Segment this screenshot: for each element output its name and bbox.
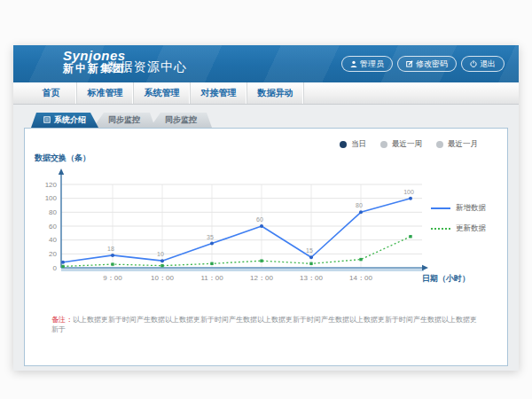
data-point-marker bbox=[359, 210, 363, 214]
radio-today-label: 当日 bbox=[351, 139, 366, 150]
x-tick-label: 13：00 bbox=[300, 274, 323, 282]
data-point-marker bbox=[111, 262, 113, 265]
data-point-label: 100 bbox=[403, 189, 414, 195]
main-nav: 首页 标准管理 系统管理 对接管理 数据异动 bbox=[13, 82, 519, 105]
data-point-marker bbox=[309, 255, 313, 259]
x-axis-title: 日期（小时） bbox=[422, 274, 470, 283]
legend-new-data-label: 新增数据 bbox=[456, 203, 486, 214]
legend-new-data[interactable]: 新增数据 bbox=[431, 203, 486, 214]
data-point-label: 15 bbox=[306, 247, 313, 254]
data-point-marker bbox=[210, 242, 214, 246]
data-point-marker bbox=[309, 262, 312, 265]
x-tick-label: 9：00 bbox=[103, 274, 122, 282]
footnote-label: 备注： bbox=[51, 316, 73, 324]
y-tick-label: 20 bbox=[49, 250, 57, 258]
x-tick-label: 12：00 bbox=[250, 274, 273, 282]
data-point-marker bbox=[409, 235, 411, 238]
data-point-marker bbox=[260, 224, 263, 228]
nav-item-home[interactable]: 首页 bbox=[26, 82, 77, 104]
radio-last-week-label: 最近一周 bbox=[392, 139, 422, 150]
nav-item-interface-mgmt[interactable]: 对接管理 bbox=[191, 82, 247, 104]
user-area: 管理员 修改密码 退出 bbox=[341, 56, 505, 72]
radio-last-month[interactable]: 最近一月 bbox=[436, 139, 478, 150]
y-tick-label: 120 bbox=[45, 181, 58, 189]
app-window: Synjones 新中新集团 数据资源中心 管理员 修改密码 bbox=[13, 45, 519, 371]
legend-update-data[interactable]: 更新数据 bbox=[431, 223, 486, 234]
y-tick-label: 40 bbox=[49, 236, 57, 244]
radio-last-month-label: 最近一月 bbox=[448, 139, 478, 150]
logout-label: 退出 bbox=[480, 59, 496, 70]
data-point-label: 35 bbox=[207, 234, 214, 240]
chart-panel: 当日 最近一周 最近一月 数据交换（条） 0204060801001201810… bbox=[24, 128, 508, 366]
data-point-marker bbox=[160, 264, 163, 267]
nav-item-system-mgmt[interactable]: 系统管理 bbox=[134, 82, 191, 104]
radio-dot-icon bbox=[436, 141, 443, 148]
data-point-marker bbox=[210, 262, 213, 265]
data-point-marker bbox=[61, 265, 64, 268]
x-tick-label: 10：00 bbox=[151, 274, 174, 282]
change-password-label: 修改密码 bbox=[416, 59, 448, 70]
y-tick-label: 60 bbox=[49, 223, 57, 231]
change-password-button[interactable]: 修改密码 bbox=[397, 56, 457, 72]
power-icon bbox=[470, 60, 477, 67]
y-tick-label: 80 bbox=[49, 208, 57, 216]
data-point-marker bbox=[409, 197, 412, 200]
x-axis-arrow-icon bbox=[422, 265, 428, 270]
footnote: 备注：以上数据更新于时间产生数据以上数据更新于时间产生数据以上数据更新于时间产生… bbox=[25, 315, 507, 334]
page-title: 数据资源中心 bbox=[107, 59, 187, 75]
data-point-marker bbox=[359, 258, 362, 261]
footnote-text: 以上数据更新于时间产生数据以上数据更新于时间产生数据以上数据更新于时间产生数据以… bbox=[51, 316, 477, 333]
data-point-label: 10 bbox=[157, 251, 164, 257]
tab-bar: 系统介绍 同步监控 同步监控 bbox=[31, 113, 212, 128]
x-tick-label: 14：00 bbox=[349, 274, 372, 282]
tab-sync-monitor-2-label: 同步监控 bbox=[165, 114, 197, 126]
tab-sync-monitor-1-label: 同步监控 bbox=[108, 114, 140, 126]
x-tick-label: 11：00 bbox=[200, 274, 223, 282]
y-axis-title: 数据交换（条） bbox=[35, 153, 90, 164]
admin-user-label: 管理员 bbox=[360, 59, 384, 70]
admin-user-button[interactable]: 管理员 bbox=[341, 56, 393, 72]
radio-last-week[interactable]: 最近一周 bbox=[380, 139, 422, 150]
update-data-line bbox=[63, 237, 411, 267]
dotted-line-icon bbox=[431, 228, 450, 230]
data-point-label: 18 bbox=[107, 246, 114, 252]
document-icon bbox=[43, 116, 51, 125]
app-header: Synjones 新中新集团 数据资源中心 管理员 修改密码 bbox=[13, 45, 519, 82]
radio-dot-icon bbox=[340, 141, 347, 148]
data-point-label: 60 bbox=[256, 216, 263, 223]
content-area: 系统介绍 同步监控 同步监控 当日 最近一周 bbox=[13, 105, 519, 371]
data-point-label: 80 bbox=[356, 202, 363, 208]
tab-sync-monitor-1[interactable]: 同步监控 bbox=[93, 113, 155, 128]
legend-update-data-label: 更新数据 bbox=[456, 223, 486, 234]
radio-today[interactable]: 当日 bbox=[340, 139, 366, 150]
tab-sync-monitor-2[interactable]: 同步监控 bbox=[150, 113, 212, 128]
user-icon bbox=[350, 60, 357, 67]
data-point-marker bbox=[61, 261, 65, 264]
edit-icon bbox=[406, 60, 413, 67]
radio-dot-icon bbox=[380, 141, 387, 148]
y-tick-label: 100 bbox=[45, 194, 58, 202]
data-point-marker bbox=[111, 254, 114, 257]
y-axis-arrow-icon bbox=[59, 168, 64, 175]
y-tick-label: 0 bbox=[53, 264, 58, 272]
time-range-filter: 当日 最近一周 最近一月 bbox=[340, 139, 478, 150]
chart-legend: 新增数据 更新数据 bbox=[431, 203, 486, 234]
solid-line-icon bbox=[431, 207, 450, 209]
tab-system-intro-label: 系统介绍 bbox=[54, 114, 86, 126]
logout-button[interactable]: 退出 bbox=[461, 56, 505, 72]
nav-item-data-changes[interactable]: 数据异动 bbox=[247, 82, 304, 104]
data-point-marker bbox=[160, 259, 164, 262]
page: Synjones 新中新集团 数据资源中心 管理员 修改密码 bbox=[0, 0, 532, 399]
nav-item-standard-mgmt[interactable]: 标准管理 bbox=[77, 82, 134, 104]
data-point-marker bbox=[260, 259, 262, 262]
tab-system-intro[interactable]: 系统介绍 bbox=[31, 113, 98, 128]
